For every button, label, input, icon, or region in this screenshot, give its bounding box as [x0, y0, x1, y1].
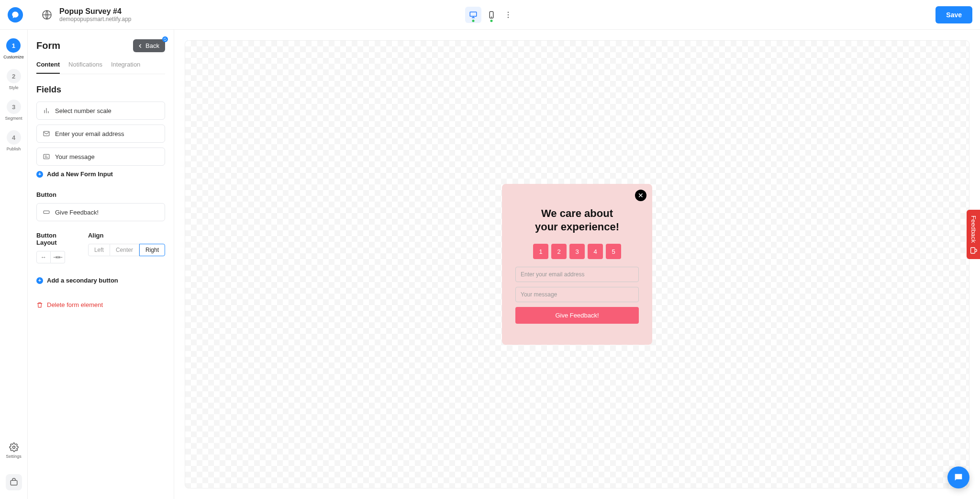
form-sidebar: Form Back Content Notifications Integrat…	[28, 30, 174, 499]
globe-icon	[41, 9, 53, 21]
tab-integration[interactable]: Integration	[111, 61, 140, 74]
popup-headline: We care about your experience!	[515, 207, 639, 233]
align-center-button[interactable]: Center	[110, 244, 139, 256]
add-secondary-button[interactable]: + Add a secondary button	[36, 277, 165, 284]
align-label: Align	[88, 232, 165, 239]
rating-2[interactable]: 2	[551, 244, 567, 259]
button-section-label: Button	[36, 191, 165, 198]
align-group: Left Center Right	[88, 244, 165, 256]
rating-1[interactable]: 1	[533, 244, 548, 259]
rating-5[interactable]: 5	[606, 244, 621, 259]
app-logo[interactable]	[8, 7, 23, 23]
align-left-button[interactable]: Left	[88, 244, 110, 256]
svg-point-6	[508, 17, 509, 18]
bar-chart-icon	[43, 107, 50, 114]
svg-rect-11	[44, 211, 49, 213]
svg-rect-10	[44, 154, 49, 159]
settings-button[interactable]: Settings	[6, 442, 22, 465]
trash-icon	[36, 302, 43, 308]
field-number-scale[interactable]: Select number scale	[36, 102, 165, 120]
rating-4[interactable]: 4	[588, 244, 603, 259]
svg-point-4	[508, 11, 509, 12]
tab-content[interactable]: Content	[36, 61, 60, 74]
plus-icon: +	[36, 171, 43, 178]
svg-point-7	[12, 446, 15, 449]
button-layout-label: Button Layout	[36, 232, 69, 246]
chat-launcher[interactable]	[947, 466, 969, 488]
field-label: Enter your email address	[55, 130, 124, 137]
feedback-icon	[969, 247, 977, 254]
svg-point-3	[491, 17, 492, 17]
save-button[interactable]: Save	[935, 6, 972, 23]
field-label: Your message	[55, 153, 95, 160]
popup-message-input[interactable]	[515, 287, 639, 302]
popup-close-button[interactable]: ✕	[635, 190, 646, 201]
sidebar-tabs: Content Notifications Integration	[36, 61, 165, 74]
step-rail: 1 Customize 2 Style 3 Segment 4 Publish …	[0, 30, 28, 499]
rating-3[interactable]: 3	[569, 244, 585, 259]
field-label: Give Feedback!	[55, 209, 99, 216]
feedback-tab[interactable]: Feedback	[967, 210, 980, 259]
chat-icon	[953, 472, 964, 483]
button-icon	[43, 208, 50, 216]
field-message[interactable]: Your message	[36, 147, 165, 166]
rating-row: 1 2 3 4 5	[515, 244, 639, 259]
popup-preview: ✕ We care about your experience! 1 2 3 4…	[502, 184, 652, 345]
canvas-area: ✕ We care about your experience! 1 2 3 4…	[174, 30, 980, 499]
device-mobile-button[interactable]	[483, 7, 500, 23]
popup-email-input[interactable]	[515, 267, 639, 282]
svg-rect-1	[470, 12, 477, 16]
topbar: Popup Survey #4 demopopupsmart.netlify.a…	[0, 0, 980, 30]
delete-form-element[interactable]: Delete form element	[36, 301, 165, 308]
mail-icon	[43, 130, 50, 137]
button-field[interactable]: Give Feedback!	[36, 203, 165, 221]
assets-button[interactable]	[6, 474, 22, 490]
device-desktop-button[interactable]	[465, 7, 481, 23]
project-domain: demopopupsmart.netlify.app	[59, 16, 132, 23]
button-layout-group: ↔ ⇥⇤	[36, 251, 69, 263]
svg-rect-12	[971, 248, 975, 253]
canvas[interactable]: ✕ We care about your experience! 1 2 3 4…	[185, 40, 969, 488]
field-label: Select number scale	[55, 107, 111, 114]
textarea-icon	[43, 153, 50, 160]
more-options-button[interactable]	[501, 8, 515, 22]
step-segment[interactable]: 3 Segment	[5, 100, 22, 121]
step-customize[interactable]: 1 Customize	[3, 38, 24, 59]
popup-submit-button[interactable]: Give Feedback!	[515, 307, 639, 324]
step-publish[interactable]: 4 Publish	[7, 130, 21, 151]
layout-compact-button[interactable]: ⇥⇤	[51, 251, 65, 263]
refresh-badge-icon	[162, 36, 168, 42]
device-toggle	[465, 7, 515, 23]
step-style[interactable]: 2 Style	[7, 69, 21, 90]
align-right-button[interactable]: Right	[139, 244, 165, 256]
tab-notifications[interactable]: Notifications	[68, 61, 102, 74]
project-title-block: Popup Survey #4 demopopupsmart.netlify.a…	[59, 7, 132, 23]
svg-rect-8	[11, 480, 17, 485]
svg-point-5	[508, 14, 509, 15]
plus-icon: +	[36, 277, 43, 284]
project-title: Popup Survey #4	[59, 7, 132, 16]
add-form-input[interactable]: + Add a New Form Input	[36, 170, 165, 178]
fields-heading: Fields	[36, 85, 165, 95]
layout-horizontal-button[interactable]: ↔	[36, 251, 51, 263]
sidebar-title: Form	[36, 40, 60, 51]
back-button[interactable]: Back	[133, 39, 165, 52]
field-email[interactable]: Enter your email address	[36, 125, 165, 143]
